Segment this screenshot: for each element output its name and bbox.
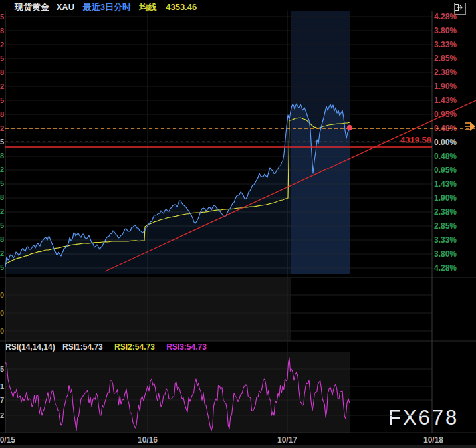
gold-chart-window: { "header": {"symbol_name":"现货黄金","symbo…: [0, 0, 476, 448]
main-chart-panel[interactable]: [0, 0, 476, 448]
